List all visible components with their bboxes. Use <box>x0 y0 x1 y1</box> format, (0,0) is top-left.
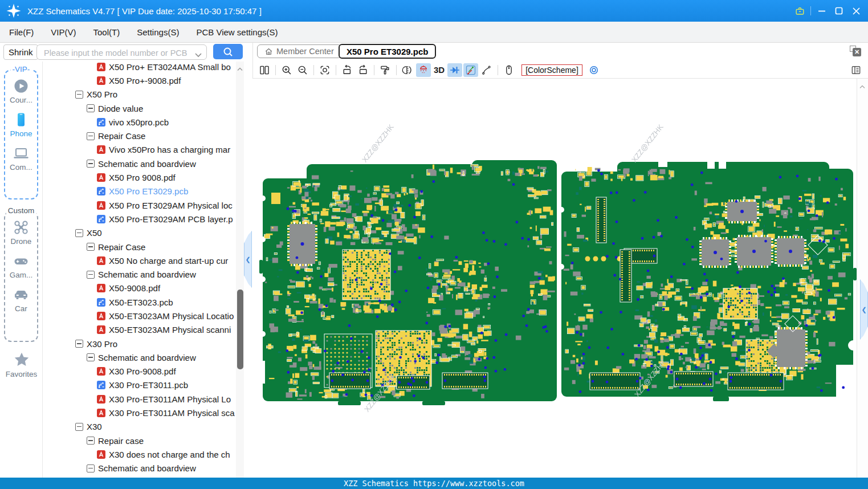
zoom-in-icon[interactable] <box>279 63 294 77</box>
tree-item[interactable]: X30 Pro-9008.pdf <box>43 365 236 378</box>
collapse-minus-icon[interactable] <box>75 423 83 431</box>
close-button[interactable] <box>847 3 865 18</box>
tree-item[interactable]: Schematic and boardview <box>43 157 236 170</box>
tree-item[interactable]: X50 Pro+-9008.pdf <box>43 74 236 87</box>
search-icon <box>223 47 233 57</box>
collapse-minus-icon[interactable] <box>75 340 83 348</box>
search-button[interactable] <box>213 44 243 59</box>
pdf-file-icon <box>97 173 105 182</box>
vip-briefcase-icon[interactable] <box>791 3 808 18</box>
sidebar-item-car[interactable]: Car <box>5 287 37 313</box>
curve-tool-icon[interactable] <box>479 63 494 77</box>
pdf-file-icon <box>97 409 105 417</box>
tree-item[interactable]: Repair Case <box>43 240 236 254</box>
tree-item[interactable]: X30 Pro <box>43 337 236 351</box>
tree-item[interactable]: X50 <box>43 226 236 240</box>
split-view-icon[interactable] <box>257 63 272 77</box>
paint-roller-icon[interactable] <box>378 63 393 77</box>
collapse-minus-icon[interactable] <box>87 271 95 279</box>
maximize-button[interactable] <box>830 3 847 18</box>
tab-pcb-file[interactable]: X50 Pro ET3029.pcb <box>339 44 436 59</box>
measure-tool-icon[interactable] <box>463 63 478 77</box>
rotate-right-icon[interactable] <box>356 63 370 77</box>
tree-item[interactable]: Schematic and boardview <box>43 351 236 364</box>
pcb-file-icon <box>97 215 105 223</box>
menu-item[interactable]: PCB View settings(S) <box>196 27 278 37</box>
collapse-minus-icon[interactable] <box>87 160 95 168</box>
sidebar-item-favorites[interactable]: Favorites <box>0 351 43 378</box>
tree-item[interactable]: Vivo x50Pro has a charging mar <box>43 143 236 157</box>
tab-label: X50 Pro ET3029.pcb <box>347 47 428 56</box>
tree-item[interactable]: X50 Pro+ ET3024AMA Small bo <box>43 60 236 74</box>
mouse-settings-icon[interactable] <box>502 63 516 77</box>
vip-group-label: -VIP- <box>11 65 32 74</box>
collapse-minus-icon[interactable] <box>75 91 83 99</box>
lamp-highlight-icon[interactable] <box>416 63 431 77</box>
sidebar-item-course[interactable]: Cour... <box>5 78 37 104</box>
shrink-button[interactable]: Shrink <box>3 44 38 60</box>
collapse-minus-icon[interactable] <box>87 243 95 251</box>
menu-item[interactable]: Tool(T) <box>93 27 120 37</box>
tree-item[interactable]: X50 No charge and start-up cur <box>43 254 236 267</box>
sidebar-item-game[interactable]: Gam... <box>5 253 37 279</box>
tree-item[interactable]: X30 does not charge and the ch <box>43 447 236 461</box>
collapse-minus-icon[interactable] <box>87 437 95 445</box>
pdf-file-icon <box>97 395 105 404</box>
pcb-board-view[interactable] <box>252 79 857 478</box>
tree-item[interactable]: X50-ET3023AM Physical Locatio <box>43 309 236 323</box>
menu-item[interactable]: File(F) <box>9 27 34 37</box>
tree-item[interactable]: Schematic and boardview <box>43 267 236 281</box>
view-3d-button[interactable]: 3D <box>431 65 447 75</box>
collapse-minus-icon[interactable] <box>87 104 95 112</box>
tree-item[interactable]: X30 <box>43 420 236 434</box>
diode-mode-icon[interactable] <box>447 63 462 77</box>
tree-item[interactable]: X50 Pro ET3029AM Physical loc <box>43 198 236 212</box>
tree-collapse-handle[interactable]: ❮ <box>244 231 252 288</box>
custom-group: Custom Drone Gam... Car <box>4 211 38 342</box>
zoom-out-icon[interactable] <box>295 63 310 77</box>
mirror-flip-icon[interactable] <box>400 63 415 77</box>
tree-item[interactable]: X30 Pro-ET3011AM Physical sca <box>43 406 236 419</box>
tree-item[interactable]: X30 Pro-ET3011.pcb <box>43 378 236 392</box>
rotate-left-icon[interactable] <box>340 63 354 77</box>
tree-item[interactable]: X50 Pro <box>43 88 236 101</box>
tree-item[interactable]: X50 Pro 9008.pdf <box>43 170 236 184</box>
scroll-up-icon[interactable] <box>237 63 243 74</box>
collapse-minus-icon[interactable] <box>87 132 95 140</box>
scroll-up-icon[interactable] <box>859 81 865 91</box>
target-circles-icon[interactable] <box>586 63 601 77</box>
tree-scrollbar-thumb[interactable] <box>237 290 243 369</box>
collapse-minus-icon[interactable] <box>87 353 95 361</box>
fit-screen-icon[interactable] <box>317 63 332 77</box>
tree-item[interactable]: X50-9008.pdf <box>43 282 236 295</box>
tree-item[interactable]: X30 Pro-ET3011AM Physical Lo <box>43 392 236 406</box>
tree-item[interactable]: Repair Case <box>43 129 236 142</box>
close-all-tabs-icon[interactable]: ✕ <box>849 46 862 58</box>
collapse-minus-icon[interactable] <box>75 229 83 237</box>
file-tree: X50 Pro+ ET3024AMA Small bo X50 Pro+-900… <box>43 60 236 478</box>
sidebar-item-drone[interactable]: Drone <box>5 219 37 246</box>
tree-item[interactable]: X50-ET3023AM Physical scanni <box>43 323 236 337</box>
tree-item[interactable]: X50 Pro-ET3029AM PCB layer.p <box>43 212 236 226</box>
tree-item[interactable]: Diode value <box>43 101 236 115</box>
minimize-button[interactable] <box>813 3 830 18</box>
chevron-down-icon[interactable] <box>195 50 202 60</box>
collapse-minus-icon[interactable] <box>87 464 95 472</box>
tree-item[interactable]: Schematic and boardview <box>43 462 236 475</box>
tree-item[interactable]: X50-ET3023.pcb <box>43 295 236 309</box>
tree-item[interactable]: Repair case <box>43 434 236 447</box>
pdf-file-icon <box>97 450 105 459</box>
pdf-file-icon <box>97 201 105 210</box>
tab-member-center[interactable]: Member Center <box>257 44 341 58</box>
sidebar-item-phone[interactable]: Phone <box>5 112 37 138</box>
search-input[interactable] <box>43 45 190 60</box>
color-scheme-button[interactable]: [ColorScheme] <box>521 64 582 76</box>
tree-item[interactable]: vivo x50pro.pcb <box>43 115 236 129</box>
tree-item[interactable]: X50 Pro ET3029.pcb <box>43 185 236 198</box>
sidebar-item-computer[interactable]: Com... <box>5 145 37 172</box>
app-logo-icon <box>6 3 22 19</box>
tree-scrollbar[interactable] <box>236 62 244 478</box>
panel-toggle-icon[interactable] <box>849 63 863 77</box>
menu-item[interactable]: Settings(S) <box>137 27 179 37</box>
menu-item[interactable]: VIP(V) <box>51 27 76 37</box>
